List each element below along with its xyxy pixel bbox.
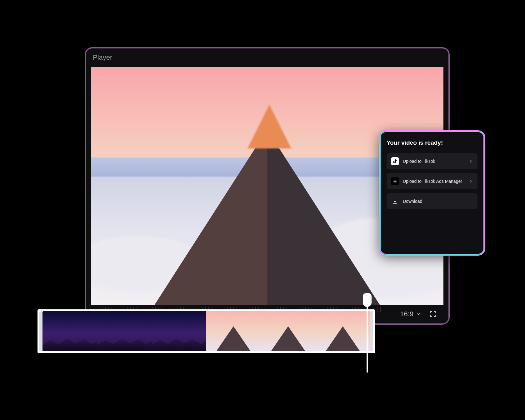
timeline-clip[interactable] (206, 311, 261, 351)
timeline-clips[interactable] (42, 311, 370, 351)
fullscreen-button[interactable] (428, 310, 437, 318)
fullscreen-icon (429, 310, 437, 318)
export-panel-title: Your video is ready! (387, 139, 478, 146)
player-header: Player (86, 48, 448, 67)
playhead[interactable] (361, 293, 373, 372)
timeline[interactable] (38, 309, 375, 353)
aspect-ratio-value: 16:9 (400, 310, 413, 318)
tiktok-icon (391, 157, 399, 165)
player-title: Player (93, 53, 112, 62)
timeline-clip[interactable] (42, 311, 97, 351)
timeline-clip[interactable] (152, 311, 206, 351)
ads-manager-icon: Ads (391, 177, 399, 185)
upload-tiktok-button[interactable]: Upload to TikTok (387, 153, 478, 169)
chevron-right-icon (469, 179, 473, 183)
timeline-clip[interactable] (261, 311, 316, 351)
playhead-stem (367, 307, 368, 372)
export-option-label: Upload to TikTok Ads Manager (403, 179, 469, 184)
aspect-ratio-select[interactable]: 16:9 (400, 310, 421, 318)
chevron-down-icon (416, 312, 421, 317)
download-icon (391, 197, 399, 205)
timeline-clip[interactable] (97, 311, 152, 351)
download-button[interactable]: Download (387, 193, 478, 209)
export-panel: Your video is ready! Upload to TikTok Ad… (380, 131, 484, 255)
export-option-label: Download (403, 199, 473, 204)
chevron-right-icon (469, 159, 473, 163)
upload-ads-manager-button[interactable]: Ads Upload to TikTok Ads Manager (387, 173, 478, 189)
timeline-trim-handle-left[interactable] (39, 311, 42, 351)
playhead-knob[interactable] (363, 293, 372, 307)
svg-text:Ads: Ads (393, 180, 396, 182)
export-option-label: Upload to TikTok (403, 159, 469, 164)
